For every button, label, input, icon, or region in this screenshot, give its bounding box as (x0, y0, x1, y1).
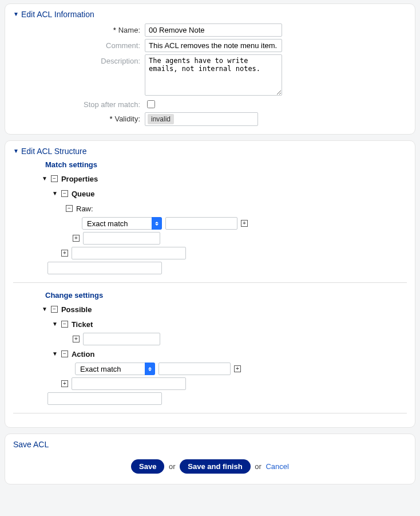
acl-info-panel: ▼ Edit ACL Information *Name: Comment: D… (5, 3, 415, 135)
caret-down-icon: ▼ (52, 351, 58, 357)
validity-label: *Validity: (13, 112, 145, 123)
save-panel: Save ACL Save or Save and finish or Canc… (5, 434, 415, 485)
name-label: *Name: (13, 23, 145, 34)
action-node[interactable]: ▼ − Action (52, 348, 407, 360)
caret-down-icon: ▼ (42, 306, 47, 312)
save-button[interactable]: Save (131, 459, 164, 474)
caret-down-icon: ▼ (13, 148, 19, 154)
divider (13, 282, 407, 283)
action-value-input[interactable] (159, 363, 231, 375)
match-mode-value[interactable] (82, 217, 162, 230)
validity-tag: invalid (148, 114, 174, 124)
comment-input[interactable] (145, 39, 282, 52)
plus-box-icon[interactable]: + (61, 380, 68, 387)
action-mode-value[interactable] (75, 363, 155, 375)
divider (13, 413, 407, 413)
plus-box-icon[interactable]: + (73, 235, 80, 242)
or-text: or (255, 462, 261, 471)
save-and-finish-button[interactable]: Save and finish (180, 459, 250, 474)
match-settings-header: Match settings (45, 160, 407, 169)
cancel-link[interactable]: Cancel (266, 462, 288, 471)
or-text: or (169, 462, 176, 471)
plus-box-icon[interactable]: + (234, 365, 241, 372)
minus-box-icon[interactable]: − (61, 321, 68, 328)
save-panel-title: Save ACL (13, 440, 407, 449)
add-ticket-input[interactable] (83, 333, 160, 345)
add-properties-input[interactable] (47, 262, 162, 274)
caret-down-icon: ▼ (42, 176, 47, 182)
plus-box-icon[interactable]: + (241, 220, 248, 227)
acl-info-title-text: Edit ACL Information (21, 10, 94, 19)
name-input[interactable] (145, 23, 282, 37)
stop-after-match-label: Stop after match: (13, 98, 145, 109)
description-textarea[interactable]: The agents have to write emails, not int… (145, 54, 282, 96)
queue-node[interactable]: ▼ − Queue (52, 187, 407, 200)
minus-box-icon[interactable]: − (51, 175, 58, 182)
match-mode-select[interactable] (82, 217, 162, 230)
acl-structure-panel: ▼ Edit ACL Structure Match settings ▼ − … (5, 140, 415, 428)
plus-box-icon[interactable]: + (61, 250, 68, 257)
caret-down-icon: ▼ (52, 191, 58, 196)
minus-box-icon[interactable]: − (66, 205, 73, 212)
action-mode-select[interactable] (75, 363, 155, 375)
add-possible-input[interactable] (47, 392, 162, 405)
add-action-input[interactable] (72, 377, 186, 390)
select-stepper-icon[interactable] (152, 217, 162, 230)
properties-node[interactable]: ▼ − Properties (42, 172, 407, 185)
acl-info-title[interactable]: ▼ Edit ACL Information (13, 10, 407, 19)
plus-box-icon[interactable]: + (73, 336, 80, 342)
comment-label: Comment: (13, 39, 145, 50)
validity-select[interactable]: invalid (145, 112, 258, 126)
caret-down-icon: ▼ (13, 11, 19, 17)
description-label: Description: (13, 54, 145, 65)
caret-down-icon: ▼ (52, 321, 58, 327)
acl-structure-title-text: Edit ACL Structure (21, 147, 87, 156)
match-value-input[interactable] (165, 217, 237, 230)
change-settings-header: Change settings (45, 291, 407, 300)
minus-box-icon[interactable]: − (61, 350, 68, 357)
minus-box-icon[interactable]: − (61, 190, 68, 197)
raw-node[interactable]: − Raw: (66, 202, 407, 215)
add-queue-input[interactable] (72, 247, 186, 259)
minus-box-icon[interactable]: − (51, 306, 58, 313)
add-raw-input[interactable] (83, 232, 160, 245)
ticket-node[interactable]: ▼ − Ticket (52, 318, 407, 330)
acl-structure-title[interactable]: ▼ Edit ACL Structure (13, 147, 407, 156)
select-stepper-icon[interactable] (145, 363, 155, 375)
stop-after-match-checkbox[interactable] (147, 100, 155, 108)
possible-node[interactable]: ▼ − Possible (42, 303, 407, 316)
